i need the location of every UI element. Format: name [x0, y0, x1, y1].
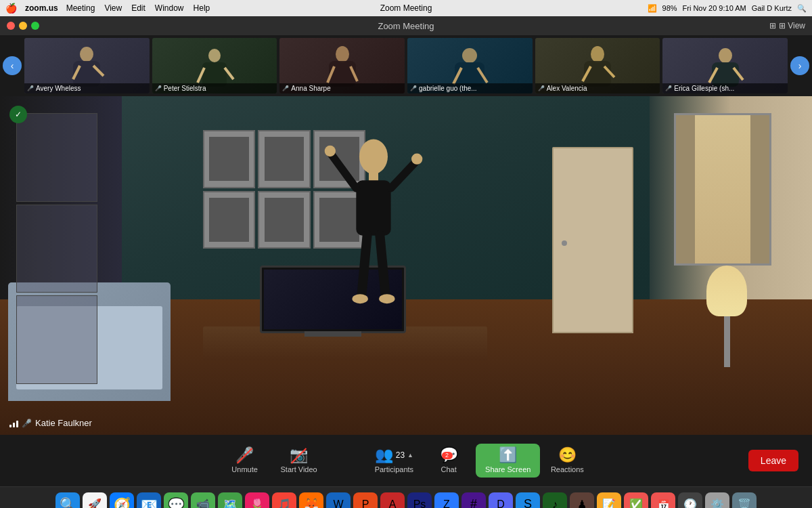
dock-photos[interactable]: 🌷 [245, 492, 269, 509]
view-label: ⊞ View [779, 21, 805, 30]
dock-slack[interactable]: # [461, 492, 486, 509]
close-button[interactable] [7, 22, 15, 30]
reactions-icon: 😊 [558, 448, 577, 463]
svg-line-29 [391, 161, 418, 188]
view-button[interactable]: ⊞ ⊞ View [769, 21, 805, 30]
dock-reminders[interactable]: ✅ [624, 492, 648, 509]
participants-icon: 👥 23 ▲ [375, 448, 413, 463]
next-participant-button[interactable]: › [790, 56, 809, 75]
dock-maps[interactable]: 🗺️ [218, 492, 242, 509]
mic-muted-icon-1: 🎤 [27, 85, 34, 91]
titlebar: Zoom Meeting ⊞ ⊞ View [0, 16, 812, 35]
menubar-right: 📶 98% Fri Nov 20 9:10 AM Gail D Kurtz 🔍 [648, 4, 807, 13]
svg-line-27 [330, 152, 356, 188]
dock-prefs[interactable]: ⚙️ [705, 492, 729, 509]
apple-logo-icon[interactable]: 🍎 [5, 3, 17, 14]
participant-thumb-6[interactable]: 🎤 Erica Gillespie (sh... [662, 38, 788, 93]
mic-muted-icon-4: 🎤 [410, 85, 417, 91]
menubar-edit[interactable]: Edit [131, 3, 145, 13]
dock-acrobat[interactable]: A [380, 492, 405, 509]
start-video-button[interactable]: 📷 Start Video [272, 442, 326, 479]
dock-mail[interactable]: 📧 [137, 492, 161, 509]
menubar-title: Zoom Meeting [380, 3, 432, 13]
door [552, 147, 633, 333]
dock-photoshop[interactable]: Ps [407, 492, 432, 509]
participant-thumb-4[interactable]: 🎤 gabrielle guo (the... [407, 38, 533, 93]
wifi-icon: 📶 [648, 4, 657, 13]
video-label: Start Video [281, 465, 317, 473]
svg-point-8 [336, 46, 349, 62]
dock-powerpoint[interactable]: P [353, 492, 378, 509]
menubar-meeting[interactable]: Meeting [66, 3, 95, 13]
mute-icon: 🎤 [235, 448, 254, 463]
dock-itunes[interactable]: 🎵 [272, 492, 296, 509]
menubar: 🍎 zoom.us Meeting View Edit Window Help … [0, 0, 812, 16]
dock-trash[interactable]: 🗑️ [732, 492, 757, 509]
participant-thumb-3[interactable]: 🎤 Anna Sharpe [279, 38, 405, 93]
menubar-window[interactable]: Window [155, 3, 184, 13]
participant-name-2: Peter Stielstra [164, 85, 206, 92]
unmute-button[interactable]: 🎤 Unmute [218, 442, 272, 479]
dock-chess[interactable]: ♟ [570, 492, 594, 509]
menubar-username: Gail D Kurtz [752, 4, 792, 12]
svg-point-0 [80, 47, 93, 62]
dock-firefox[interactable]: 🦊 [299, 492, 323, 509]
participant-name-4: gabrielle guo (the... [419, 85, 477, 92]
svg-point-28 [325, 146, 336, 156]
traffic-lights [7, 22, 39, 30]
dock-clock[interactable]: 🕐 [678, 492, 702, 509]
participant-thumb-2[interactable]: 🎤 Peter Stielstra [152, 38, 277, 93]
dock-discord[interactable]: D [489, 492, 513, 509]
lamp-shade [706, 266, 747, 316]
svg-point-30 [411, 154, 422, 165]
svg-line-32 [380, 235, 385, 295]
participant-thumb-5[interactable]: 🎤 Alex Valencia [535, 38, 660, 93]
menubar-view[interactable]: View [104, 3, 122, 13]
chat-button[interactable]: 💬 2 Chat [422, 442, 476, 479]
minimize-button[interactable] [19, 22, 27, 30]
dock-calendar[interactable]: 📅 [651, 492, 675, 509]
menubar-help[interactable]: Help [194, 3, 210, 13]
fullscreen-button[interactable] [31, 22, 39, 30]
participant-thumb-1[interactable]: 🎤 Avery Wheless [24, 38, 150, 93]
participants-count: 23 [396, 451, 405, 459]
participant-name-6: Erica Gillespie (sh... [674, 85, 734, 92]
dock-word[interactable]: W [326, 492, 351, 509]
main-video: ✓ 🎤 Katie Faulkner [0, 96, 812, 435]
prev-participant-button[interactable]: ‹ [3, 56, 22, 75]
mic-muted-icon-5: 🎤 [538, 85, 545, 91]
dock-spotify[interactable]: ♪ [543, 492, 567, 509]
dock-finder[interactable]: 🔍 [55, 492, 80, 509]
dock-zoom[interactable]: Z [434, 492, 459, 509]
svg-point-34 [379, 294, 394, 303]
macos-dock: 🔍 🚀 🧭 📧 💬 📹 🗺️ 🌷 🎵 🦊 W P A Ps Z # D S ♪ … [0, 486, 812, 508]
svg-point-4 [208, 49, 221, 62]
svg-rect-26 [356, 180, 390, 236]
search-icon[interactable]: 🔍 [797, 4, 807, 13]
reactions-label: Reactions [551, 465, 584, 473]
menubar-left: 🍎 zoom.us Meeting View Edit Window Help [5, 3, 210, 14]
menubar-app-name[interactable]: zoom.us [25, 3, 58, 13]
menubar-items: Meeting View Edit Window Help [66, 3, 210, 13]
dock-skype[interactable]: S [516, 492, 540, 509]
dock-notes[interactable]: 📝 [597, 492, 621, 509]
reactions-button[interactable]: 😊 Reactions [540, 442, 594, 479]
svg-point-24 [359, 140, 388, 174]
share-screen-button[interactable]: ⬆️ Share Screen [476, 444, 540, 478]
wall-frame-4 [203, 191, 255, 249]
speaker-name-bar: 🎤 Katie Faulkner [9, 418, 92, 428]
curtain-left [676, 115, 695, 263]
mic-muted-icon-6: 🎤 [665, 85, 672, 91]
strip-participants: 🎤 Avery Wheless 🎤 Peter Stielstra [24, 38, 788, 93]
signal-bar-2 [13, 423, 15, 427]
participants-label: Participants [375, 465, 413, 473]
dock-facetime[interactable]: 📹 [191, 492, 215, 509]
participants-button[interactable]: 👥 23 ▲ Participants [367, 442, 422, 479]
dock-launchpad[interactable]: 🚀 [83, 492, 107, 509]
dock-messages[interactable]: 💬 [164, 492, 188, 509]
mic-on-icon: 🎤 [22, 419, 32, 428]
participants-caret-icon: ▲ [407, 452, 413, 459]
dock-safari[interactable]: 🧭 [110, 492, 134, 509]
leave-button[interactable]: Leave [748, 450, 798, 471]
signal-bar-3 [16, 421, 18, 427]
